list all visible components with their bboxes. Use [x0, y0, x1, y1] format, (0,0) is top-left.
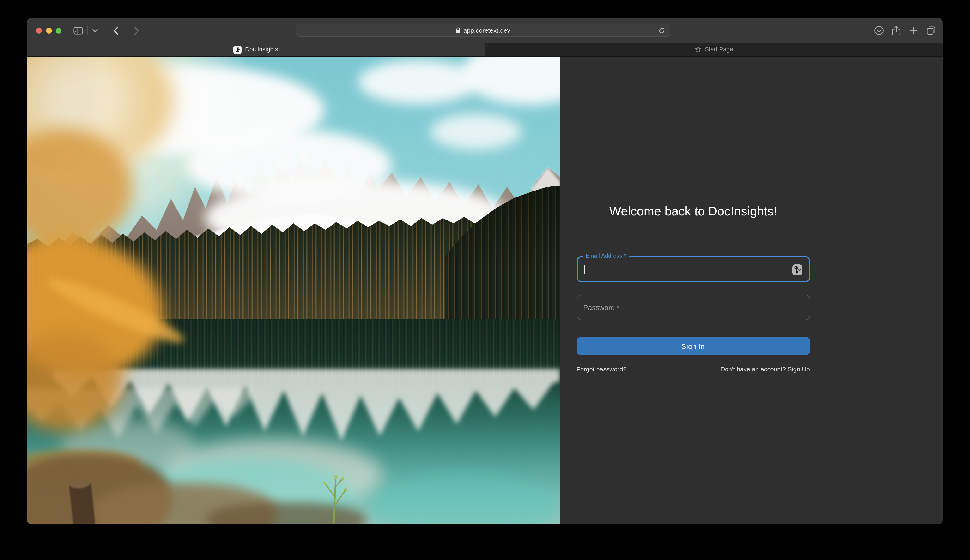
star-icon: [695, 46, 701, 53]
address-bar[interactable]: app.coretext.dev: [296, 24, 670, 37]
page-content: Welcome back to DocInsights! Email Addre…: [27, 57, 943, 525]
minimize-window-button[interactable]: [46, 28, 52, 33]
nav-controls: [73, 18, 139, 43]
passwords-key-icon[interactable]: [792, 264, 802, 275]
traffic-lights: [36, 18, 62, 43]
tab-bar: Doc Insights Start Page: [27, 43, 943, 56]
sidebar-toggle-icon[interactable]: [73, 27, 83, 34]
password-field[interactable]: Password *: [576, 294, 810, 320]
tab-label: Start Page: [705, 46, 733, 53]
text-caret: [584, 265, 585, 273]
sign-up-link[interactable]: Don't have an account? Sign Up: [721, 365, 810, 373]
welcome-heading: Welcome back to DocInsights!: [576, 203, 810, 219]
padlock-icon: [456, 27, 461, 33]
tab-doc-insights[interactable]: Doc Insights: [27, 43, 485, 56]
sign-in-button[interactable]: Sign In: [576, 337, 810, 355]
photo-tree-stump: [69, 481, 95, 525]
photo-cloud: [358, 60, 478, 104]
email-field-label: Email Address *: [583, 253, 628, 258]
hero-photo: [27, 57, 560, 525]
auth-links: Forgot password? Don't have an account? …: [576, 365, 810, 373]
forgot-password-link[interactable]: Forgot password?: [576, 365, 626, 373]
browser-toolbar: app.coretext.dev: [27, 18, 943, 43]
browser-window: app.coretext.dev: [27, 18, 943, 525]
close-window-button[interactable]: [36, 28, 42, 33]
tab-start-page[interactable]: Start Page: [485, 43, 943, 56]
tab-overview-icon[interactable]: [926, 25, 936, 35]
email-field[interactable]: Email Address *: [576, 256, 810, 282]
desktop: app.coretext.dev: [0, 0, 970, 560]
password-field-label: Password *: [583, 295, 620, 319]
url-text: app.coretext.dev: [463, 27, 510, 34]
toolbar-divider: [87, 27, 88, 35]
forward-icon[interactable]: [134, 26, 139, 35]
back-icon[interactable]: [114, 26, 119, 35]
tab-label: Doc Insights: [245, 46, 278, 53]
toolbar-right-actions: [874, 18, 936, 43]
reload-icon[interactable]: [657, 26, 666, 35]
new-tab-icon[interactable]: [908, 25, 918, 35]
brain-circuit-favicon: [234, 46, 242, 54]
share-icon[interactable]: [891, 25, 902, 35]
chevron-down-icon[interactable]: [92, 28, 98, 32]
photo-sapling: [317, 467, 356, 525]
downloads-icon[interactable]: [874, 25, 884, 35]
login-panel: Welcome back to DocInsights! Email Addre…: [560, 57, 943, 525]
zoom-window-button[interactable]: [56, 28, 62, 33]
